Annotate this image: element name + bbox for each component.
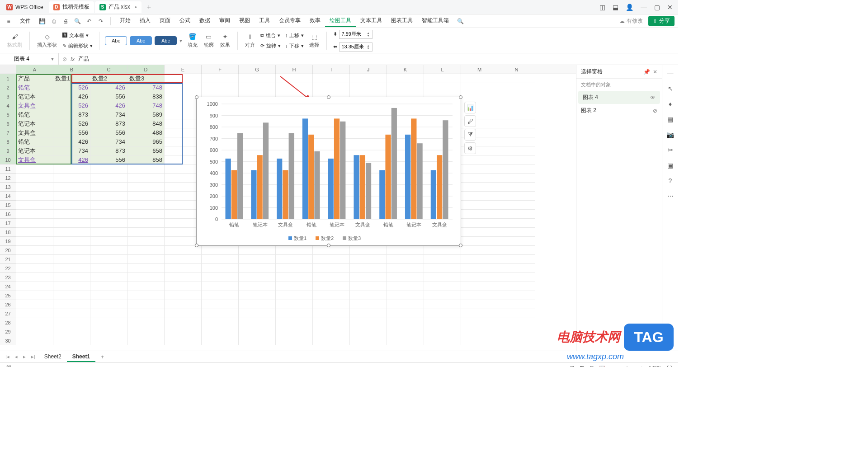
outline-button[interactable]: ▭轮廓 xyxy=(202,32,216,49)
cell[interactable] xyxy=(498,201,535,210)
cell-value[interactable]: 734 xyxy=(90,137,127,146)
cell[interactable] xyxy=(53,246,90,255)
visibility-toggle-icon[interactable]: 👁 xyxy=(650,94,656,101)
cell[interactable] xyxy=(202,74,239,83)
cell[interactable] xyxy=(16,300,53,309)
cell[interactable] xyxy=(90,192,127,201)
print-icon[interactable]: 🖨 xyxy=(61,16,71,26)
cell-product[interactable]: 笔记本 xyxy=(16,146,53,155)
row-header[interactable]: 26 xyxy=(0,300,16,309)
cell[interactable] xyxy=(276,255,313,264)
row-header[interactable]: 9 xyxy=(0,146,16,155)
chart-style-button[interactable]: 🖊 xyxy=(464,115,476,127)
cell[interactable] xyxy=(16,336,53,345)
cell[interactable] xyxy=(424,318,461,327)
cell[interactable] xyxy=(350,327,387,336)
maximize-button[interactable]: ▢ xyxy=(651,4,664,11)
cell[interactable] xyxy=(16,291,53,300)
cell[interactable] xyxy=(498,237,535,246)
cell[interactable] xyxy=(387,318,424,327)
cell[interactable] xyxy=(498,309,535,318)
cell-value[interactable]: 965 xyxy=(127,137,165,146)
row-header[interactable]: 20 xyxy=(0,246,16,255)
add-tab-button[interactable]: + xyxy=(142,3,156,11)
cell[interactable] xyxy=(350,291,387,300)
cell[interactable] xyxy=(127,183,165,192)
align-button[interactable]: ⫴对齐 xyxy=(243,32,257,49)
cell[interactable] xyxy=(313,83,350,92)
header-cell[interactable]: 数量2 xyxy=(90,74,127,83)
cell[interactable] xyxy=(202,255,239,264)
move-up-button[interactable]: ↑上移▾ xyxy=(284,31,305,40)
cell[interactable] xyxy=(461,246,498,255)
cell[interactable] xyxy=(165,300,202,309)
cell[interactable] xyxy=(461,255,498,264)
cell[interactable] xyxy=(53,300,90,309)
cell-value[interactable]: 526 xyxy=(53,101,90,110)
cell[interactable] xyxy=(276,264,313,273)
cell[interactable] xyxy=(498,228,535,237)
cell[interactable] xyxy=(53,174,90,183)
cell-value[interactable]: 748 xyxy=(127,83,165,92)
cell-value[interactable]: 858 xyxy=(127,155,165,164)
add-sheet-button[interactable]: + xyxy=(97,354,108,360)
sheet-area[interactable]: ABCDEFGHIJKLMN 1产品数量1数量2数量32铅笔5264267483… xyxy=(0,65,576,351)
row-header[interactable]: 23 xyxy=(0,273,16,282)
camera-tool-icon[interactable]: 📷 xyxy=(665,129,676,140)
cell[interactable] xyxy=(53,336,90,345)
cell[interactable] xyxy=(276,309,313,318)
cell-value[interactable]: 488 xyxy=(127,128,165,137)
shape-style-3[interactable]: Abc xyxy=(155,36,177,45)
cell[interactable] xyxy=(202,327,239,336)
reading-mode-icon[interactable]: 📖 xyxy=(596,365,608,367)
scissors-tool-icon[interactable]: ✂ xyxy=(665,145,676,155)
col-header[interactable]: M xyxy=(461,65,498,74)
cell[interactable] xyxy=(461,210,498,219)
cell-product[interactable]: 铅笔 xyxy=(16,83,53,92)
shape-style-1[interactable]: Abc xyxy=(105,36,127,45)
cell[interactable] xyxy=(313,282,350,291)
cell[interactable] xyxy=(424,273,461,282)
cell[interactable] xyxy=(90,273,127,282)
resize-handle[interactable] xyxy=(327,95,330,99)
zoom-value[interactable]: 145% xyxy=(646,365,664,367)
cell[interactable] xyxy=(16,228,53,237)
menu-智能工具箱[interactable]: 智能工具箱 xyxy=(417,15,453,27)
effect-button[interactable]: ✦效果 xyxy=(218,32,232,49)
cell[interactable] xyxy=(90,255,127,264)
cell[interactable] xyxy=(53,219,90,228)
cell-value[interactable]: 526 xyxy=(53,119,90,128)
cell[interactable] xyxy=(498,246,535,255)
cell[interactable] xyxy=(498,291,535,300)
cell[interactable] xyxy=(53,327,90,336)
cell[interactable] xyxy=(53,228,90,237)
cell[interactable] xyxy=(127,237,165,246)
cell[interactable] xyxy=(498,74,535,83)
cell[interactable] xyxy=(276,74,313,83)
cell[interactable] xyxy=(127,282,165,291)
col-header[interactable]: E xyxy=(165,65,202,74)
cell[interactable] xyxy=(350,264,387,273)
cell[interactable] xyxy=(461,327,498,336)
cell-value[interactable]: 556 xyxy=(53,128,90,137)
cell[interactable] xyxy=(498,255,535,264)
cell[interactable] xyxy=(239,291,276,300)
cell[interactable] xyxy=(313,300,350,309)
row-header[interactable]: 30 xyxy=(0,336,16,345)
menu-会员专享[interactable]: 会员专享 xyxy=(274,15,305,27)
col-header[interactable]: C xyxy=(90,65,127,74)
cell[interactable] xyxy=(350,336,387,345)
cell[interactable] xyxy=(53,164,90,174)
header-cell[interactable]: 产品 xyxy=(16,74,53,83)
cell[interactable] xyxy=(313,318,350,327)
cell[interactable] xyxy=(165,309,202,318)
formula-value[interactable]: 产品 xyxy=(78,55,89,63)
cell[interactable] xyxy=(90,327,127,336)
cell[interactable] xyxy=(313,264,350,273)
cell[interactable] xyxy=(276,291,313,300)
cell[interactable] xyxy=(53,255,90,264)
row-header[interactable]: 14 xyxy=(0,192,16,201)
cell[interactable] xyxy=(498,83,535,92)
cancel-icon[interactable]: ⊘ xyxy=(62,56,67,62)
menu-数据[interactable]: 数据 xyxy=(195,15,215,27)
